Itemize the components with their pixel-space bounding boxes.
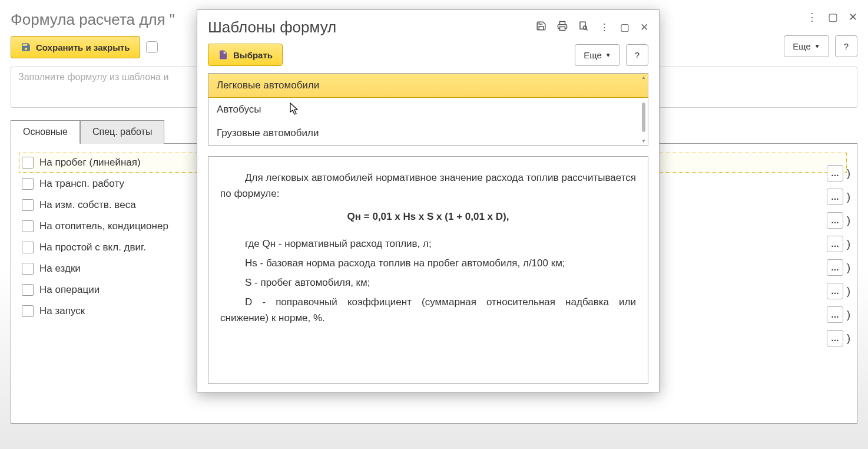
field-row: … ): [827, 259, 850, 276]
bg-more-button[interactable]: Еще ▼: [784, 35, 829, 57]
field-row: … ): [827, 236, 850, 252]
save-close-button[interactable]: Сохранить и закрыть: [11, 36, 140, 58]
svg-rect-0: [560, 27, 565, 31]
chevron-down-icon: ▼: [814, 43, 820, 49]
check-label: На трансп. работу: [39, 178, 124, 190]
paren: ): [847, 191, 850, 203]
paren: ): [847, 167, 850, 180]
ellipsis-button[interactable]: …: [827, 236, 843, 252]
tab-main-label: Основные: [23, 127, 68, 137]
dialog-help-label: ?: [635, 50, 640, 60]
field-row: … ): [827, 306, 850, 323]
dialog-more-label: Еще: [584, 50, 602, 60]
dialog-header-icons: ⋮ ▢ ✕: [536, 21, 648, 34]
paren: ): [847, 238, 850, 250]
checkbox[interactable]: [22, 178, 34, 190]
kebab-icon[interactable]: ⋮: [599, 21, 609, 34]
checkbox[interactable]: [22, 263, 34, 275]
kebab-icon[interactable]: ⋮: [807, 11, 817, 24]
field-row: … ): [827, 189, 850, 205]
select-icon: [218, 49, 228, 60]
scroll-up-icon[interactable]: ▲: [641, 75, 647, 80]
paren: ): [847, 309, 850, 321]
checkbox[interactable]: [22, 157, 34, 169]
template-label: Грузовые автомобили: [217, 127, 319, 138]
dialog-title: Шаблоны формул: [208, 18, 336, 37]
ellipsis-button[interactable]: …: [827, 283, 843, 299]
dialog-toolbar-right: Еще ▼ ?: [575, 44, 648, 66]
paren: ): [847, 332, 850, 345]
scrollbar[interactable]: ▲ ▼: [641, 75, 647, 144]
scroll-thumb[interactable]: [642, 103, 645, 132]
desc-d: D - поправочный коэффициент (суммарная о…: [220, 294, 636, 326]
svg-line-3: [587, 29, 588, 30]
check-label: На пробег (линейная): [39, 157, 141, 169]
field-row: … ): [827, 330, 850, 346]
check-label: На простой с вкл. двиг.: [39, 242, 146, 253]
template-item-buses[interactable]: Автобусы: [208, 98, 648, 121]
ellipsis-button[interactable]: …: [827, 306, 843, 323]
desc-qn: где Qн - нормативный расход топлив, л;: [220, 236, 636, 252]
maximize-icon[interactable]: ▢: [828, 11, 838, 24]
close-icon[interactable]: ✕: [849, 11, 857, 24]
ellipsis-button[interactable]: …: [827, 330, 843, 346]
dialog-toolbar: Выбрать Еще ▼ ?: [197, 39, 659, 73]
checkbox[interactable]: [22, 242, 34, 253]
save-icon: [21, 42, 31, 52]
ellipsis-button[interactable]: …: [827, 212, 843, 229]
field-row: … ): [827, 212, 850, 229]
paren: ): [847, 214, 850, 227]
desc-formula: Qн = 0,01 x Hs x S x (1 + 0,01 x D),: [220, 209, 636, 224]
ellipsis-button[interactable]: …: [827, 165, 843, 181]
tab-spec[interactable]: Спец. работы: [80, 120, 165, 144]
bg-more-label: Еще: [793, 41, 811, 51]
bg-window-title: Формула расчета для ": [11, 11, 175, 29]
template-item-cars[interactable]: Легковые автомобили: [208, 74, 648, 98]
check-label: На операции: [39, 284, 100, 296]
desc-intro: Для легковых автомобилей нормативное зна…: [220, 170, 636, 202]
ellipsis-button[interactable]: …: [827, 259, 843, 276]
template-label: Легковые автомобили: [217, 80, 319, 91]
paren: ): [847, 285, 850, 298]
templates-dialog: Шаблоны формул ⋮ ▢ ✕ Выбрать Еще ▼: [197, 9, 660, 392]
save-icon[interactable]: [536, 21, 546, 34]
dialog-more-button[interactable]: Еще ▼: [575, 44, 619, 66]
tab-main[interactable]: Основные: [11, 120, 80, 144]
formula-placeholder: Заполните формулу из шаблона и: [18, 72, 168, 82]
bg-missing-button[interactable]: [146, 41, 158, 53]
ellipsis-button[interactable]: …: [827, 189, 843, 205]
svg-rect-1: [580, 22, 585, 29]
template-label: Автобусы: [217, 104, 261, 115]
right-fields: … ) … ) … ) … ) … ) … ) … ) … ): [827, 165, 850, 346]
preview-icon[interactable]: [578, 21, 589, 34]
check-label: На изм. собств. веса: [39, 199, 136, 211]
dialog-help-button[interactable]: ?: [626, 44, 648, 66]
checkbox[interactable]: [22, 220, 34, 232]
close-icon[interactable]: ✕: [640, 21, 648, 34]
checkbox[interactable]: [22, 305, 34, 317]
dialog-header: Шаблоны формул ⋮ ▢ ✕: [197, 10, 659, 39]
tab-spec-label: Спец. работы: [92, 127, 153, 137]
bg-toolbar-right: Еще ▼ ?: [784, 35, 857, 57]
field-row: … ): [827, 283, 850, 299]
check-label: На запуск: [39, 305, 85, 317]
select-button[interactable]: Выбрать: [208, 44, 283, 66]
template-item-trucks[interactable]: Грузовые автомобили: [208, 121, 648, 145]
paren: ): [847, 262, 850, 274]
field-row: … ): [827, 165, 850, 181]
bg-help-label: ?: [844, 41, 849, 51]
print-icon[interactable]: [557, 21, 568, 34]
chevron-down-icon: ▼: [605, 52, 611, 58]
maximize-icon[interactable]: ▢: [620, 21, 630, 34]
scroll-down-icon[interactable]: ▼: [641, 138, 647, 144]
desc-s: S - пробег автомобиля, км;: [220, 275, 636, 290]
bg-help-button[interactable]: ?: [835, 35, 857, 57]
checkbox[interactable]: [22, 284, 34, 296]
checkbox[interactable]: [22, 199, 34, 211]
template-description: Для легковых автомобилей нормативное зна…: [208, 156, 648, 384]
bg-titlebar-controls: ⋮ ▢ ✕: [807, 11, 857, 24]
save-close-label: Сохранить и закрыть: [36, 42, 130, 52]
check-label: На отопитель, кондиционер: [39, 220, 168, 232]
select-label: Выбрать: [233, 50, 273, 60]
desc-hs: Hs - базовая норма расхода топлив на про…: [220, 255, 636, 271]
